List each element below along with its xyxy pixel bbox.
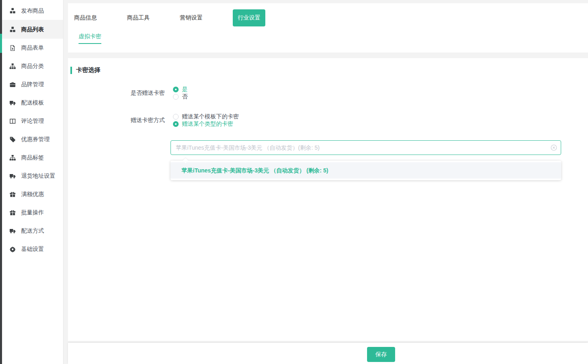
card-type-select: [170, 140, 561, 155]
field-label: 是否赠送卡密: [68, 89, 165, 97]
sidebar-item-label: 商品分类: [21, 63, 44, 70]
field-label: 赠送卡密方式: [68, 117, 165, 124]
truck-icon: [9, 100, 16, 106]
radio-option[interactable]: 赠送某个模板下的卡密: [173, 113, 239, 120]
sidebar-item-12[interactable]: 批量操作: [2, 203, 63, 222]
tag-icon: [9, 136, 16, 143]
radio-option[interactable]: 赠送某个类型的卡密: [173, 120, 239, 128]
sidebar-item-label: 商品列表: [21, 26, 44, 33]
sidebar-item-label: 退货地址设置: [21, 172, 55, 180]
sidebar-item-label: 品牌管理: [21, 81, 44, 88]
subtab-1[interactable]: 虚拟卡密: [79, 33, 101, 44]
columns-icon: [9, 118, 16, 124]
radio-option[interactable]: 否: [173, 93, 188, 100]
radio-option-label: 赠送某个类型的卡密: [182, 120, 233, 128]
sidebar-item-9[interactable]: 商品标签: [2, 148, 63, 167]
sidebar-item-2[interactable]: 商品列表: [2, 20, 63, 39]
radio-option-label: 赠送某个模板下的卡密: [182, 113, 239, 120]
gift-icon: [9, 209, 16, 216]
briefcase-icon: [9, 81, 16, 88]
sidebar-item-label: 配送方式: [21, 227, 44, 235]
radio-group-gift-question: 是否: [173, 86, 201, 100]
cubes-icon: [9, 26, 16, 33]
sidebar-item-label: 商品表单: [21, 44, 44, 52]
sidebar-item-label: 基础设置: [21, 246, 44, 253]
left-rail: [0, 0, 2, 364]
tab-bar: 商品信息商品工具营销设置行业设置: [68, 3, 588, 33]
truck-icon: [9, 228, 16, 234]
sidebar-item-3[interactable]: 商品表单: [2, 39, 63, 57]
sidebar-item-4[interactable]: 商品分类: [2, 57, 63, 75]
file-excel-icon: [9, 45, 16, 51]
radio-selected-icon[interactable]: [173, 87, 179, 92]
sidebar-item-label: 满额优惠: [21, 191, 44, 198]
scrollbar-thumb[interactable]: [0, 34, 2, 53]
main-area: 商品信息商品工具营销设置行业设置 虚拟卡密 卡密选择 是否赠送卡密 是否 赠送卡…: [68, 0, 588, 364]
sidebar-item-13[interactable]: 配送方式: [2, 222, 63, 240]
radio-option-label: 否: [182, 93, 188, 100]
radio-option-label: 是: [182, 86, 188, 93]
sidebar-item-14[interactable]: 基础设置: [2, 240, 63, 258]
content-card: 卡密选择 是否赠送卡密 是否 赠送卡密方式 赠送某个模板下的卡密赠送某个类型的卡…: [68, 58, 588, 341]
sidebar-item-7[interactable]: 评论管理: [2, 112, 63, 130]
circle-close-icon[interactable]: [551, 144, 557, 151]
sidebar-item-5[interactable]: 品牌管理: [2, 75, 63, 94]
sidebar-menu: 发布商品商品列表商品表单商品分类品牌管理配送模板评论管理优惠券管理商品标签退货地…: [2, 2, 63, 258]
gear-icon: [9, 246, 16, 253]
section-accent-bar: [70, 67, 72, 74]
page: 发布商品商品列表商品表单商品分类品牌管理配送模板评论管理优惠券管理商品标签退货地…: [0, 0, 588, 364]
sidebar-item-label: 批量操作: [21, 209, 44, 216]
sitemap-icon: [9, 63, 16, 70]
cubes-icon: [9, 8, 16, 14]
card-type-dropdown: 苹果iTunes充值卡-美国市场-3美元 （自动发货） (剩余: 5): [170, 161, 561, 180]
sidebar-item-10[interactable]: 退货地址设置: [2, 167, 63, 185]
subtab-bar: 虚拟卡密: [68, 33, 588, 44]
radio-option[interactable]: 是: [173, 86, 188, 93]
tab-2[interactable]: 商品工具: [127, 14, 150, 22]
sidebar-item-8[interactable]: 优惠券管理: [2, 130, 63, 148]
sidebar: 发布商品商品列表商品表单商品分类品牌管理配送模板评论管理优惠券管理商品标签退货地…: [2, 0, 63, 364]
radio-selected-icon[interactable]: [173, 121, 179, 127]
form-row-gift-question: 是否赠送卡密 是否: [68, 87, 201, 99]
sidebar-item-label: 评论管理: [21, 118, 44, 125]
dropdown-list: 苹果iTunes充值卡-美国市场-3美元 （自动发货） (剩余: 5): [170, 162, 561, 179]
radio-group-gift-method: 赠送某个模板下的卡密赠送某个类型的卡密: [173, 113, 253, 128]
truck-icon: [9, 173, 16, 179]
section-header: 卡密选择: [70, 66, 101, 74]
form-row-gift-method: 赠送卡密方式 赠送某个模板下的卡密赠送某个类型的卡密: [68, 115, 253, 126]
radio-unselected-icon[interactable]: [173, 94, 179, 100]
sidebar-item-label: 商品标签: [21, 154, 44, 161]
footer-bar: 保存: [68, 343, 588, 364]
card-type-select-input[interactable]: [170, 140, 561, 155]
tabs-card: 商品信息商品工具营销设置行业设置 虚拟卡密: [68, 3, 588, 52]
save-button[interactable]: 保存: [367, 347, 395, 362]
tab-1[interactable]: 商品信息: [74, 14, 97, 22]
sitemap-icon: [9, 155, 16, 161]
sidebar-item-6[interactable]: 配送模板: [2, 94, 63, 112]
gift-icon: [9, 191, 16, 198]
sidebar-item-label: 发布商品: [21, 7, 44, 15]
sidebar-item-label: 配送模板: [21, 99, 44, 107]
tab-3[interactable]: 营销设置: [180, 14, 203, 22]
sidebar-item-label: 优惠券管理: [21, 136, 50, 143]
tab-4[interactable]: 行业设置: [233, 9, 265, 26]
section-title: 卡密选择: [76, 66, 101, 74]
dropdown-item-1[interactable]: 苹果iTunes充值卡-美国市场-3美元 （自动发货） (剩余: 5): [170, 162, 561, 179]
sidebar-item-11[interactable]: 满额优惠: [2, 185, 63, 203]
radio-unselected-icon[interactable]: [173, 114, 179, 120]
sidebar-item-1[interactable]: 发布商品: [2, 2, 63, 20]
